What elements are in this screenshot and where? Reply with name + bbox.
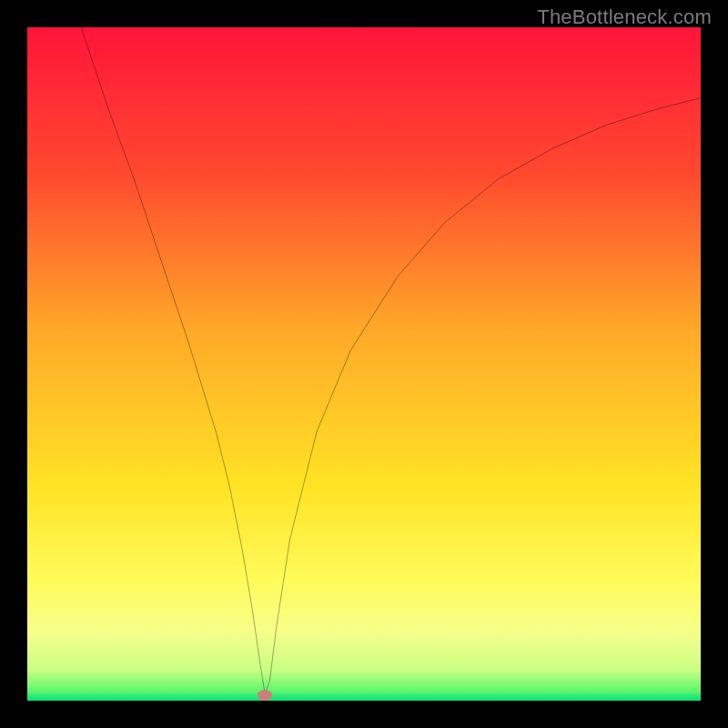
chart-frame: TheBottleneck.com (0, 0, 728, 728)
plot-area (27, 27, 701, 701)
minimum-point-marker (258, 690, 272, 701)
watermark-text: TheBottleneck.com (537, 5, 712, 29)
bottleneck-curve (27, 27, 701, 701)
